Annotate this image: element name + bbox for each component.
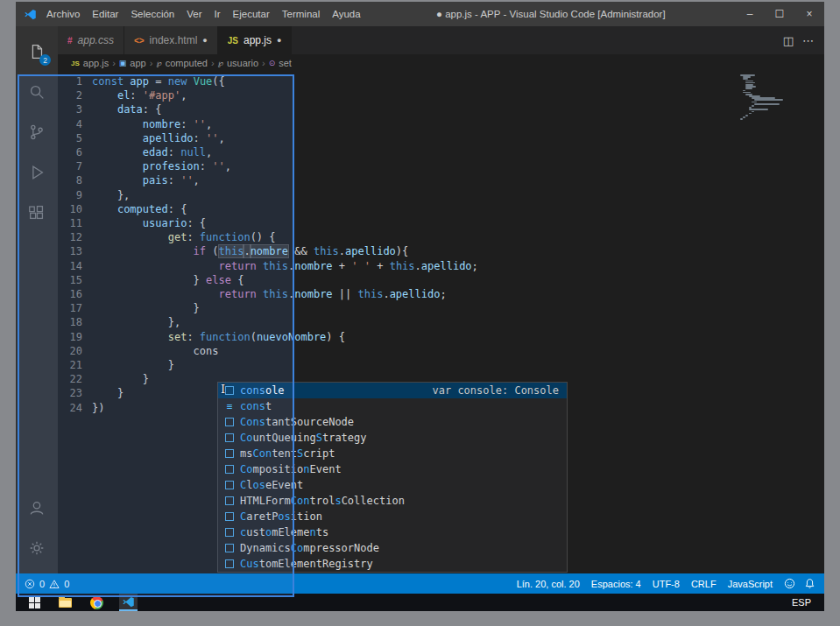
explorer-badge: 2 — [39, 54, 51, 66]
title-bar: ArchivoEditarSelecciónVerIrEjecutarTermi… — [16, 2, 824, 26]
tab-app.js[interactable]: JSapp.js● — [218, 26, 293, 54]
breadcrumb-item-app.js[interactable]: JSapp.js — [71, 58, 109, 68]
snip-selection-overlay[interactable] — [18, 74, 294, 597]
language-indicator[interactable]: ESP — [792, 597, 824, 608]
breadcrumb: JSapp.js›▣app›℘computed›℘usuario›⊙set — [58, 54, 824, 72]
minimap-line — [754, 103, 780, 105]
maximize-button[interactable]: ☐ — [765, 2, 794, 26]
minimap-line — [745, 88, 752, 89]
menu-terminal[interactable]: Terminal — [276, 2, 326, 26]
menu-selección[interactable]: Selección — [124, 2, 180, 26]
breadcrumb-item-set[interactable]: ⊙set — [269, 58, 292, 68]
minimap-line — [740, 118, 743, 120]
breadcrumb-item-usuario[interactable]: ℘usuario — [218, 58, 258, 68]
minimap-line — [745, 81, 753, 82]
app.js-symbol-icon: JS — [71, 60, 80, 67]
breadcrumb-label: usuario — [227, 58, 258, 68]
window-controls: – ☐ × — [735, 2, 824, 26]
vscode-logo-icon[interactable] — [24, 8, 37, 21]
minimap-line — [754, 99, 783, 101]
feedback-smiley-icon[interactable] — [784, 578, 795, 589]
tab-bar: #app.css<>index.html●JSapp.js● ◫ ⋯ — [58, 26, 824, 54]
minimap-line — [752, 105, 754, 107]
set-symbol-icon: ⊙ — [269, 59, 276, 67]
modified-dot-icon[interactable]: ● — [202, 36, 207, 45]
minimap-line — [743, 116, 745, 118]
usuario-symbol-icon: ℘ — [218, 59, 223, 67]
breadcrumb-label: app — [130, 58, 145, 68]
menu-ejecutar[interactable]: Ejecutar — [227, 2, 276, 26]
status-item-javascript[interactable]: JavaScript — [728, 579, 773, 589]
split-editor-icon[interactable]: ◫ — [783, 34, 794, 47]
status-icons — [784, 578, 815, 589]
status-item-utf-8[interactable]: UTF-8 — [653, 579, 680, 589]
modified-dot-icon[interactable]: ● — [277, 36, 281, 45]
menu-ir[interactable]: Ir — [208, 2, 227, 26]
menu-archivo[interactable]: Archivo — [40, 2, 86, 26]
tab-label: index.html — [150, 34, 198, 46]
minimap-line — [749, 113, 752, 115]
minimap-line — [745, 115, 748, 116]
minimize-button[interactable]: – — [735, 2, 765, 26]
windows-logo-icon — [29, 597, 40, 608]
menu-ayuda[interactable]: Ayuda — [326, 2, 366, 26]
breadcrumb-label: app.js — [83, 58, 109, 68]
minimap[interactable] — [740, 74, 812, 121]
minimap-line — [743, 90, 745, 92]
notifications-bell-icon[interactable] — [804, 578, 815, 589]
vscode-window: ArchivoEditarSelecciónVerIrEjecutarTermi… — [16, 2, 824, 611]
window-title: ● app.js - APP - Visual Studio Code [Adm… — [367, 9, 735, 19]
breadcrumb-separator: › — [150, 58, 153, 68]
breadcrumb-label: computed — [166, 58, 208, 68]
minimap-line — [749, 109, 768, 110]
more-actions-icon[interactable]: ⋯ — [802, 34, 814, 47]
menu-ver[interactable]: Ver — [180, 2, 208, 26]
file-type-icon: JS — [228, 36, 238, 46]
breadcrumb-separator: › — [211, 58, 215, 68]
breadcrumb-separator: › — [262, 58, 265, 68]
tab-app.css[interactable]: #app.css — [58, 26, 124, 54]
minimap-line — [743, 78, 748, 80]
breadcrumb-item-app[interactable]: ▣app — [119, 58, 146, 68]
chrome-icon — [90, 596, 103, 609]
menu-editar[interactable]: Editar — [86, 2, 124, 26]
menu-bar: ArchivoEditarSelecciónVerIrEjecutarTermi… — [40, 2, 367, 26]
minimap-line — [752, 111, 754, 113]
breadcrumb-label: set — [279, 58, 292, 68]
breadcrumb-separator: › — [112, 58, 116, 68]
tab-index.html[interactable]: <>index.html● — [124, 26, 218, 54]
app-symbol-icon: ▣ — [119, 59, 127, 67]
ibeam-cursor: I — [221, 383, 225, 395]
file-type-icon: # — [67, 36, 73, 46]
status-right: Lín. 20, col. 20Espacios: 4UTF-8CRLFJava… — [517, 579, 773, 589]
editor-actions: ◫ ⋯ — [783, 26, 824, 54]
status-item-crlf[interactable]: CRLF — [691, 579, 716, 589]
folder-icon — [59, 598, 72, 608]
explorer-icon[interactable]: 2 — [16, 32, 58, 72]
breadcrumb-item-computed[interactable]: ℘computed — [156, 58, 208, 68]
tab-label: app.css — [78, 34, 114, 46]
file-type-icon: <> — [134, 36, 145, 46]
close-button[interactable]: × — [794, 2, 824, 26]
status-item-espacios-4[interactable]: Espacios: 4 — [591, 579, 641, 589]
suggestion-detail: var console: Console — [433, 384, 563, 397]
tab-strip: #app.css<>index.html●JSapp.js● — [58, 26, 292, 54]
status-item-l-n-20-col-20[interactable]: Lín. 20, col. 20 — [517, 579, 580, 589]
tab-label: app.js — [244, 34, 272, 46]
computed-symbol-icon: ℘ — [156, 59, 161, 67]
